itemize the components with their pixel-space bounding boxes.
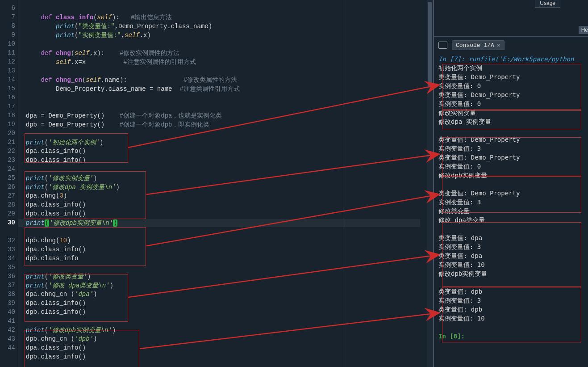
console-output-line: 修改dpb实例变量: [438, 172, 487, 180]
code-line[interactable]: [18, 94, 420, 101]
line-number: 17: [0, 103, 15, 110]
code-line[interactable]: [18, 4, 420, 12]
code-line[interactable]: dpb = Demo_Property() #创建一个对象dpb，即实例化类: [18, 121, 420, 129]
line-number: 35: [0, 264, 15, 271]
console-runfile-line: In [7]: runfile('E:/WorkSpace/python: [438, 55, 574, 63]
console-output-line: 修改类变量: [438, 207, 470, 215]
right-side-panel: Usage He Console 1/A ✕ In [7]: runfile('…: [434, 0, 588, 367]
code-line[interactable]: dpb.class_info(): [18, 210, 420, 217]
console-output-line: 类变量值: dpb: [438, 306, 482, 314]
console-output-line: 修改 dpa类变量: [438, 216, 485, 224]
console-output-line: 实例变量值: 10: [438, 315, 485, 323]
code-line[interactable]: dpb.class_info(): [18, 308, 420, 316]
code-line[interactable]: print('修改类变量'): [18, 273, 420, 281]
line-number: 20: [0, 130, 15, 137]
code-line[interactable]: dpa.chng(3): [18, 192, 420, 199]
console-options-icon[interactable]: [438, 42, 447, 49]
line-number: 36: [0, 273, 15, 280]
code-line[interactable]: dpb.class_info(): [18, 156, 420, 164]
code-line[interactable]: print('修改dpb实例变量\n'): [18, 219, 420, 227]
code-line[interactable]: [18, 103, 420, 110]
console-output-line: 类变量值: dpa: [438, 252, 482, 260]
console-output-line: 类变量值: dpb: [438, 288, 482, 296]
code-line[interactable]: print("类变量值:",Demo_Property.class_name): [18, 22, 420, 30]
line-number: 16: [0, 94, 15, 101]
code-line[interactable]: print('修改实例变量'): [18, 174, 420, 182]
console-tab[interactable]: Console 1/A ✕: [452, 40, 505, 50]
line-number: 24: [0, 165, 15, 173]
code-line[interactable]: dpa.class_info(): [18, 344, 420, 351]
line-number: 42: [0, 326, 15, 333]
console-output-line: 类变量值: Demo_Property: [438, 190, 520, 198]
code-line[interactable]: print('修改dpa 实例变量\n'): [18, 183, 420, 191]
code-line[interactable]: dpa.class_info(): [18, 201, 420, 208]
console-output-line: 初始化两个实例: [438, 64, 482, 72]
console-output-line: 实例变量值: 3: [438, 198, 481, 207]
code-line[interactable]: def chng_cn(self,name): #修改类属性的方法: [18, 76, 420, 84]
line-number: 21: [0, 139, 15, 146]
code-area[interactable]: def class_info(self): #输出信息方法 print("类变量…: [18, 0, 420, 367]
console-input-prompt[interactable]: In [8]:: [438, 333, 465, 340]
console-output-line: 实例变量值: 3: [438, 243, 481, 251]
line-number: 38: [0, 291, 15, 298]
line-number: 28: [0, 201, 15, 208]
code-line[interactable]: Demo_Property.class_name = name #注意类属性引用…: [18, 85, 420, 93]
line-number: 7: [0, 13, 15, 21]
console-output[interactable]: In [7]: runfile('E:/WorkSpace/python初始化两…: [438, 54, 586, 367]
code-line[interactable]: def chng(self,x): #修改实例属性的方法: [18, 49, 420, 57]
line-number: 14: [0, 76, 15, 83]
code-line[interactable]: dpb.class_info(): [18, 353, 420, 360]
line-number: 15: [0, 85, 15, 92]
code-line[interactable]: [18, 40, 420, 47]
code-line[interactable]: [18, 165, 420, 173]
line-number: 43: [0, 335, 15, 342]
code-line[interactable]: [18, 264, 420, 271]
line-number: 6: [0, 4, 15, 12]
code-line[interactable]: [18, 67, 420, 74]
line-number: 8: [0, 22, 15, 30]
code-line[interactable]: dpb.class_info: [18, 255, 420, 262]
console-output-line: 修改实例变量: [438, 109, 476, 117]
console-output-line: 实例变量值: 3: [438, 145, 481, 153]
console-output-line: 实例变量值: 3: [438, 297, 481, 305]
console-output-line: 类变量值: Demo_Property: [438, 73, 520, 81]
code-line[interactable]: dpa.class_info(): [18, 300, 420, 307]
editor-scrollbar[interactable]: [427, 0, 433, 367]
close-icon[interactable]: ✕: [497, 42, 500, 49]
line-number: 23: [0, 156, 15, 164]
line-number: 39: [0, 300, 15, 307]
code-line[interactable]: dpb.chng_cn ('dpb'): [18, 335, 420, 342]
help-tab[interactable]: He: [579, 26, 588, 34]
usage-tab[interactable]: Usage: [535, 0, 560, 8]
line-number: 34: [0, 255, 15, 262]
line-number: 11: [0, 49, 15, 56]
console-output-line: 类变量值: dpa: [438, 234, 482, 242]
code-line[interactable]: [18, 130, 420, 137]
code-line[interactable]: print("实例变量值:",self.x): [18, 31, 420, 39]
line-number: 33: [0, 246, 15, 253]
code-line[interactable]: dpb.chng(10): [18, 237, 420, 244]
code-line[interactable]: def class_info(self): #输出信息方法: [18, 13, 420, 21]
editor-scrollbar-thumb[interactable]: [428, 2, 432, 87]
line-number: 9: [0, 31, 15, 38]
code-line[interactable]: dpa.chng_cn ('dpa'): [18, 291, 420, 298]
line-number-gutter: 6789101112131415161718192021222324252627…: [0, 0, 18, 367]
line-number: 37: [0, 282, 15, 289]
line-number: 19: [0, 121, 15, 128]
code-line[interactable]: print('初始化两个实例'): [18, 139, 420, 147]
line-number: 26: [0, 183, 15, 190]
console-output-line: 实例变量值: 0: [438, 82, 481, 90]
code-line[interactable]: dpa.class_info(): [18, 246, 420, 253]
code-line[interactable]: print('修改dpb实例变量\n'): [18, 326, 420, 334]
code-line[interactable]: print('修改 dpa类变量\n'): [18, 282, 420, 290]
code-line[interactable]: self.x=x #注意实例属性的引用方式: [18, 58, 420, 66]
console-output-line: 实例变量值: 0: [438, 100, 481, 108]
code-line[interactable]: [18, 317, 420, 325]
code-line[interactable]: dpa = Demo_Property() #创建一个对象dpa，也就是实例化类: [18, 112, 420, 120]
code-line[interactable]: dpa.class_info(): [18, 148, 420, 155]
console-output-line: 类变量值: Demo_Property: [438, 136, 520, 144]
line-number: 41: [0, 317, 15, 325]
line-number: 22: [0, 148, 15, 155]
top-right-pane: Usage He: [434, 0, 588, 37]
line-number: 12: [0, 58, 15, 65]
